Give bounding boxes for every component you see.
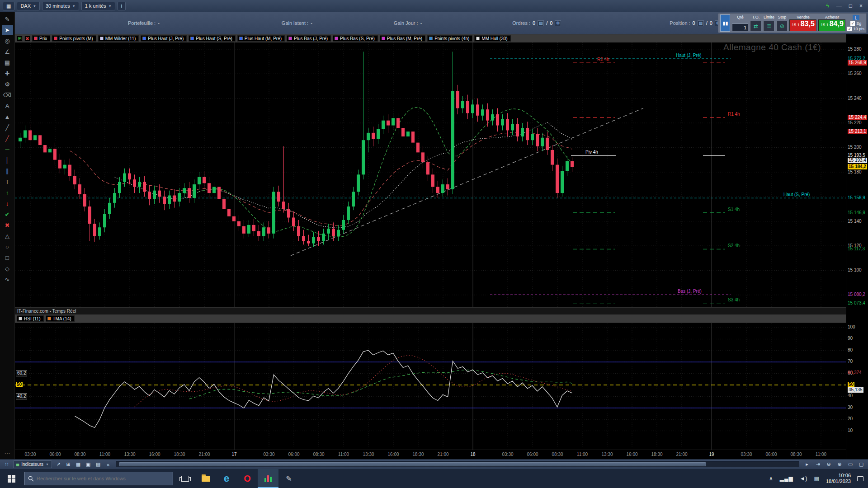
timeframe-selector[interactable]: 30 minutes▼ [42, 2, 79, 10]
move-icon[interactable]: ✚ [2, 68, 13, 79]
quantity-input[interactable]: 1 [732, 23, 748, 31]
rect-icon[interactable]: □ [2, 253, 13, 263]
delete-icon[interactable]: ⌫ [2, 90, 13, 100]
position-list-icon[interactable]: ▤ [698, 20, 704, 26]
units-selector[interactable]: 1 k unités▼ [81, 2, 115, 10]
instrument-selector[interactable]: DAX▼ [17, 2, 40, 10]
rsi-chart-pane[interactable]: 60,25040,2 [15, 323, 846, 450]
check-icon[interactable]: ✔ [2, 209, 13, 220]
order-book-button[interactable]: ▮▮ [720, 14, 730, 32]
stop-order-button[interactable]: ⊘ [776, 21, 788, 31]
arrow-down-icon[interactable]: ↓ [2, 198, 13, 209]
grid-menu-icon[interactable]: ∷ [3, 461, 11, 468]
tool-settings-icon[interactable]: ⚙ [2, 79, 13, 89]
price-chart-pane[interactable]: Haut (J, Pré)R2 4hR1 4hPiv 4hHaut (S, Pr… [15, 42, 846, 307]
time-axis[interactable]: 03:3006:0008:3011:0013:3016:0018:3021:00… [15, 450, 846, 459]
legend-item[interactable]: Points pivots (M) [52, 35, 96, 42]
zoom-out-icon[interactable]: ⊖ [825, 461, 833, 468]
triangle-icon[interactable]: ▲ [2, 112, 13, 122]
zoom-in-icon[interactable]: ⊕ [835, 461, 844, 468]
triangle-outline-icon[interactable]: △ [2, 231, 13, 241]
l-button[interactable]: L [853, 15, 859, 20]
collapse-icon[interactable]: « [104, 461, 112, 468]
task-view-icon[interactable] [175, 469, 195, 488]
keyboard-icon[interactable]: ▦ [814, 475, 820, 482]
limit-order-button[interactable]: ≣ [763, 21, 774, 31]
measure-icon[interactable]: ∠ [2, 47, 13, 57]
price-axis[interactable]: 15 28015 26015 24015 22015 20015 18015 1… [846, 34, 868, 459]
label-icon[interactable]: A [2, 101, 13, 111]
price-chart[interactable]: Haut (J, Pré)R2 4hR1 4hPiv 4hHaut (S, Pr… [15, 42, 846, 307]
cursor-icon[interactable]: ➤ [2, 25, 13, 35]
legend-item[interactable]: Plus Bas (J, Pré) [287, 35, 331, 42]
more-tools-icon[interactable]: ⋯ [2, 448, 13, 458]
add-indicator-icon[interactable]: ⊞ [17, 36, 23, 42]
layout-icon[interactable]: ▦ [74, 461, 82, 468]
minimize-button[interactable]: — [836, 3, 842, 9]
trendline-red-icon[interactable]: ╱ [2, 133, 13, 144]
file-explorer-icon[interactable] [195, 469, 216, 488]
zoom-icon[interactable]: ◎ [2, 36, 13, 46]
parallel-lines-icon[interactable]: ∥ [2, 166, 13, 176]
maximize-button[interactable]: □ [849, 3, 852, 9]
start-button[interactable] [0, 469, 23, 488]
legend-item[interactable]: MM Wilder (11) [98, 35, 139, 42]
legend-item[interactable]: Plus Bas (S, Pré) [333, 35, 378, 42]
orders-list-icon[interactable]: ▤ [538, 20, 544, 26]
scrollbar-thumb[interactable] [119, 462, 706, 466]
polygon-icon[interactable]: ◇ [2, 263, 13, 274]
taskbar-clock[interactable]: 10:06 18/01/2023 [826, 473, 851, 484]
rsi-legend-item[interactable]: TMA (14) [46, 315, 75, 322]
chart-scrollbar[interactable] [116, 461, 799, 467]
search-input[interactable] [37, 476, 159, 481]
sell-button[interactable]: 15 1 83,5 [789, 19, 816, 31]
trendline-icon[interactable]: ╱ [2, 122, 13, 133]
print-icon[interactable]: ▤ [94, 461, 102, 468]
scroll-right-icon[interactable]: ▸ [803, 461, 811, 468]
cross-icon[interactable]: ✖ [2, 220, 13, 230]
app-menu-button[interactable]: ▦ [3, 2, 14, 10]
volume-icon[interactable]: ◄) [800, 475, 808, 482]
tray-chevron-icon[interactable]: ∧ [769, 475, 774, 482]
new-window-icon[interactable]: ⊞ [64, 461, 72, 468]
ellipse-icon[interactable]: ○ [2, 242, 13, 252]
legend-item[interactable]: Plus Haut (S, Pré) [189, 35, 236, 42]
rsi-chart[interactable] [15, 323, 846, 450]
close-button[interactable]: × [859, 3, 863, 9]
network-icon[interactable]: ▂▄▆ [780, 475, 793, 482]
indicateurs-button[interactable]: ▅ Indicateurs ▼ [13, 460, 52, 468]
rsi-tick-label: 30 [848, 405, 853, 410]
hline-icon[interactable]: ─ [2, 144, 13, 155]
legend-item[interactable]: Plus Haut (J, Pré) [141, 35, 187, 42]
draw-line-icon[interactable]: ✎ [2, 14, 13, 24]
opera-icon[interactable]: O [237, 469, 258, 488]
to-order-button[interactable]: ⇄ [750, 21, 761, 31]
go-last-icon[interactable]: ⇥ [814, 461, 822, 468]
snapshot-icon[interactable]: ▣ [84, 461, 92, 468]
info-button[interactable]: i [118, 2, 126, 10]
rsi-legend-item[interactable]: RSI (11) [17, 315, 44, 322]
remove-indicator-icon[interactable]: ✖ [24, 36, 30, 42]
trading-app-icon[interactable] [258, 469, 278, 488]
copy-icon[interactable]: ▤ [2, 57, 13, 68]
arrow-up-icon[interactable]: ↑ [2, 188, 13, 198]
text-icon[interactable]: T [2, 177, 13, 187]
taskbar-search[interactable] [24, 472, 173, 485]
legend-item[interactable]: MM Hull (30) [474, 35, 510, 42]
fullscreen-icon[interactable]: ▢ [857, 461, 865, 468]
wave-icon[interactable]: ∿ [2, 274, 13, 285]
notification-center-icon[interactable] [857, 476, 863, 481]
edge-icon[interactable]: e [216, 469, 237, 488]
share-icon[interactable]: ↗ [54, 461, 62, 468]
legend-item[interactable]: Points pivots (4h) [427, 35, 472, 42]
legend-item[interactable]: Plus Haut (M, Pré) [237, 35, 285, 42]
paint-icon[interactable]: ✎ [278, 469, 299, 488]
legend-item[interactable]: Prix [32, 35, 50, 42]
legend-item[interactable]: Plus Bas (M, Pré) [380, 35, 425, 42]
fit-width-icon[interactable]: ▭ [846, 461, 854, 468]
orders-settings-icon[interactable]: ⚙ [555, 20, 561, 26]
pts-checkbox[interactable]: ✓ [847, 27, 852, 31]
sg-checkbox[interactable]: ✓ [850, 21, 855, 26]
buy-button[interactable]: 15 1 84,9 [818, 19, 845, 31]
vline-icon[interactable]: │ [2, 155, 13, 165]
